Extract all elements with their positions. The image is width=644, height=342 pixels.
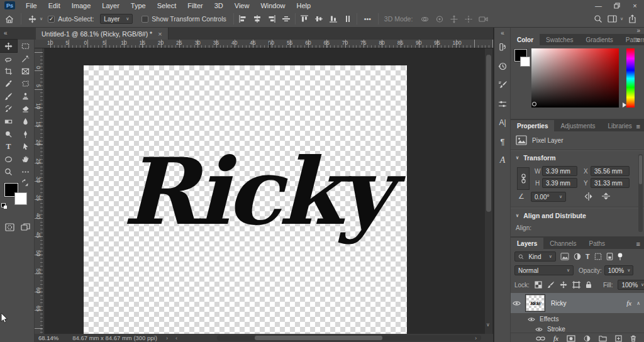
properties-scrollbar[interactable] bbox=[638, 154, 643, 232]
close-button[interactable]: × bbox=[626, 0, 644, 11]
x-field[interactable]: 35.56 mm bbox=[591, 166, 630, 176]
collapse-panels-icon[interactable]: » bbox=[636, 27, 640, 34]
collapse-toolbar-icon[interactable]: « bbox=[4, 30, 8, 36]
visibility-eye-icon[interactable] bbox=[533, 327, 545, 332]
align-top-edges-icon[interactable] bbox=[300, 14, 309, 23]
lock-artboard-icon[interactable] bbox=[572, 281, 580, 289]
share-button[interactable] bbox=[626, 12, 639, 26]
height-field[interactable]: 3.39 mm bbox=[542, 178, 577, 188]
menu-help[interactable]: Help bbox=[291, 2, 317, 9]
dock-brush-settings[interactable] bbox=[494, 75, 511, 94]
align-bottom-edges-icon[interactable] bbox=[329, 14, 338, 23]
layer-row-ricky[interactable]: Ricky Ricky fx ∧ bbox=[511, 293, 644, 313]
align-distribute-header[interactable]: ∨ Align and Distribute bbox=[516, 212, 586, 219]
tool-dodge[interactable] bbox=[0, 128, 17, 140]
dock-version-history[interactable] bbox=[494, 38, 511, 57]
tool-ellipse-shape[interactable] bbox=[0, 153, 17, 165]
menu-file[interactable]: File bbox=[20, 2, 43, 9]
align-middle-icon[interactable] bbox=[314, 14, 323, 23]
tool-edit-toolbar[interactable] bbox=[17, 165, 34, 178]
auto-select-target-dropdown[interactable]: Layer ∨ bbox=[100, 14, 133, 24]
filter-type-layers-icon[interactable]: T bbox=[586, 253, 590, 260]
minimize-button[interactable]: — bbox=[589, 0, 608, 11]
tool-gradient[interactable] bbox=[0, 115, 17, 128]
home-button[interactable] bbox=[3, 12, 16, 26]
scroll-right-icon[interactable]: › bbox=[475, 334, 477, 341]
tool-history-brush[interactable] bbox=[0, 102, 17, 115]
color-panel-background-swatch[interactable] bbox=[520, 57, 530, 67]
menu-window[interactable]: Window bbox=[255, 2, 291, 9]
more-options-button[interactable]: ••• bbox=[362, 12, 374, 26]
tool-rectangular-marquee[interactable] bbox=[17, 40, 34, 52]
tool-path-selection[interactable] bbox=[17, 140, 34, 153]
link-dimensions-button[interactable] bbox=[517, 167, 530, 190]
menu-layer[interactable]: Layer bbox=[96, 2, 125, 9]
tool-eyedropper[interactable] bbox=[0, 77, 17, 90]
color-field[interactable] bbox=[531, 48, 619, 108]
zoom-level[interactable]: 68.14% bbox=[38, 334, 58, 341]
tab-libraries[interactable]: Libraries bbox=[602, 120, 638, 131]
tool-blur[interactable] bbox=[17, 115, 34, 128]
swap-colors-icon[interactable] bbox=[21, 179, 29, 187]
tool-move[interactable] bbox=[0, 40, 17, 52]
dock-paragraph-panel[interactable]: ¶ bbox=[494, 132, 511, 151]
tool-preset-move[interactable]: ∨ bbox=[26, 12, 45, 26]
auto-select-checkbox[interactable]: ✓ Auto-Select: bbox=[45, 12, 96, 26]
hue-slider-arrow[interactable] bbox=[623, 102, 626, 108]
filter-adjustment-layers-icon[interactable] bbox=[574, 253, 581, 260]
lock-transparency-icon[interactable] bbox=[535, 281, 542, 289]
rotation-field[interactable]: 0.00° ∨ bbox=[531, 192, 566, 202]
hue-slider[interactable] bbox=[626, 48, 635, 108]
layer-name[interactable]: Ricky bbox=[551, 300, 566, 307]
vertical-scrollbar-thumb[interactable] bbox=[486, 55, 491, 212]
visibility-eye-icon[interactable] bbox=[511, 301, 522, 306]
filter-toggle-icon[interactable] bbox=[618, 253, 623, 261]
color-field-picker[interactable] bbox=[532, 102, 536, 106]
lock-all-icon[interactable] bbox=[586, 281, 592, 289]
tool-brush[interactable] bbox=[0, 90, 17, 102]
menu-image[interactable]: Image bbox=[66, 2, 97, 9]
expand-dock-icon[interactable]: « bbox=[494, 28, 511, 38]
restore-button[interactable] bbox=[608, 0, 626, 11]
y-field[interactable]: 31.33 mm bbox=[591, 178, 630, 188]
menu-view[interactable]: View bbox=[229, 2, 255, 9]
align-right-edges-icon[interactable] bbox=[267, 14, 276, 23]
scroll-left-icon[interactable]: ‹ bbox=[175, 334, 177, 341]
flip-horizontal-button[interactable] bbox=[584, 192, 594, 201]
tab-color[interactable]: Color bbox=[511, 34, 540, 45]
tool-hand[interactable] bbox=[17, 153, 34, 165]
dock-character-panel[interactable]: A| bbox=[494, 113, 511, 132]
blend-mode-dropdown[interactable]: Normal ∨ bbox=[514, 265, 574, 275]
menu-select[interactable]: Select bbox=[152, 2, 182, 9]
effects-row[interactable]: Effects bbox=[511, 314, 644, 324]
horizontal-scrollbar-thumb[interactable] bbox=[255, 336, 382, 340]
filter-shape-layers-icon[interactable] bbox=[594, 253, 602, 260]
show-transform-controls-checkbox[interactable]: Show Transform Controls bbox=[139, 12, 228, 26]
tool-frame[interactable] bbox=[17, 65, 34, 77]
align-vertical-centers-icon[interactable] bbox=[282, 14, 291, 23]
lock-position-icon[interactable] bbox=[560, 281, 567, 289]
add-layer-style-button[interactable]: fx bbox=[553, 334, 558, 342]
tab-properties[interactable]: Properties bbox=[511, 120, 554, 131]
dock-glyphs-panel[interactable]: A bbox=[494, 151, 511, 170]
add-layer-mask-button[interactable] bbox=[567, 335, 575, 342]
filter-pixel-layers-icon[interactable] bbox=[560, 253, 569, 260]
screen-mode-button[interactable] bbox=[17, 221, 34, 233]
scroll-down-icon[interactable]: ∨ bbox=[486, 322, 490, 328]
fill-field[interactable]: 100% ∨ bbox=[618, 280, 644, 290]
menu-filter[interactable]: Filter bbox=[182, 2, 208, 9]
menu-3d[interactable]: 3D bbox=[209, 2, 229, 9]
layer-thumbnail[interactable]: Ricky bbox=[526, 295, 545, 311]
close-tab-icon[interactable]: × bbox=[158, 30, 162, 38]
search-button[interactable] bbox=[591, 12, 605, 26]
tab-layers[interactable]: Layers bbox=[511, 238, 543, 249]
tab-swatches[interactable]: Swatches bbox=[540, 34, 579, 45]
opacity-field[interactable]: 100% ∨ bbox=[604, 265, 633, 275]
tab-gradients[interactable]: Gradients bbox=[579, 34, 619, 45]
new-layer-button[interactable] bbox=[615, 335, 622, 342]
layer-fx-badge[interactable]: fx bbox=[626, 299, 631, 307]
menu-edit[interactable]: Edit bbox=[43, 2, 66, 9]
visibility-eye-icon[interactable] bbox=[526, 317, 537, 322]
tab-paths[interactable]: Paths bbox=[583, 238, 612, 249]
tool-healing-brush[interactable] bbox=[17, 77, 34, 90]
